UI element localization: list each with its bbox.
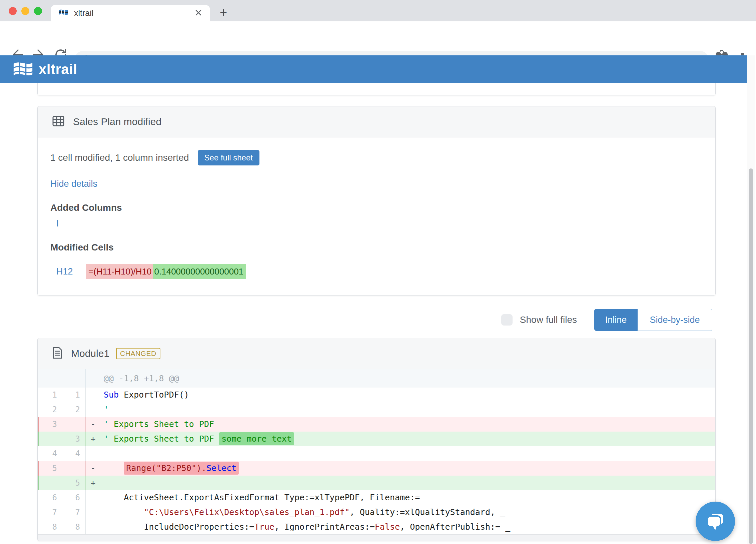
diff-controls-row: Show full files Inline Side-by-side: [0, 309, 716, 331]
sheet-card-title: Sales Plan modified: [73, 116, 161, 127]
modified-cells-heading: Modified Cells: [50, 242, 700, 253]
diff-line: 5+: [38, 476, 715, 490]
show-full-files-checkbox[interactable]: [501, 314, 513, 326]
maximize-window-button[interactable]: [34, 7, 42, 15]
added-columns-list: I: [50, 218, 700, 229]
diff-line: 3+' Exports Sheet to PDF some more text: [38, 432, 715, 446]
document-icon: [52, 347, 62, 360]
favicon-xltrail-icon: [58, 8, 69, 19]
tab-title: xltrail: [74, 8, 194, 18]
new-tab-button[interactable]: +: [217, 7, 229, 19]
added-columns-heading: Added Columns: [50, 202, 700, 213]
change-summary: 1 cell modified, 1 column inserted: [50, 152, 189, 163]
diff-line: 66 ActiveSheet.ExportAsFixedFormat Type:…: [38, 490, 715, 505]
added-column-link[interactable]: I: [56, 218, 59, 228]
vba-module-card: Module1 CHANGED @@ -1,8 +1,8 @@ 11Sub Ex…: [37, 338, 716, 541]
hide-details-link[interactable]: Hide details: [50, 179, 97, 189]
diff-line: 88 IncludeDocProperties:=True, IgnorePri…: [38, 520, 715, 534]
browser-tab[interactable]: xltrail: [51, 5, 210, 21]
browser-toolbar: https://app.xltrail.com/#/workbook/Accou…: [0, 21, 756, 55]
scrollbar-thumb[interactable]: [749, 168, 753, 544]
diff-line: 11Sub ExportToPDF(): [38, 388, 715, 402]
app-header: xltrail This workbook: [0, 55, 747, 83]
diff-line: 3-' Exports Sheet to PDF: [38, 417, 715, 432]
xltrail-logo[interactable]: xltrail: [12, 55, 77, 83]
xltrail-flag-icon: [12, 60, 34, 79]
changed-badge: CHANGED: [116, 348, 160, 359]
chat-widget-button[interactable]: [696, 502, 735, 541]
previous-card-bottom: [37, 83, 716, 95]
page-content: Sales Plan modified 1 cell modified, 1 c…: [0, 83, 747, 544]
spreadsheet-grid-icon: [52, 115, 64, 128]
side-by-side-view-button[interactable]: Side-by-side: [638, 309, 712, 331]
diff-line: 77 "C:\Users\Felix\Desktop\sales_plan_1.…: [38, 505, 715, 520]
diff-lines: 11Sub ExportToPDF()22'3-' Exports Sheet …: [38, 388, 715, 534]
modified-cell-row: H12=(H11-H10)/H100.14000000000000001: [50, 259, 700, 284]
brand-name: xltrail: [39, 61, 77, 77]
show-full-files-label: Show full files: [520, 315, 577, 325]
diff-line: 5- Range("B2:P50").Select: [38, 461, 715, 476]
sheet-diff-card: Sales Plan modified 1 cell modified, 1 c…: [37, 106, 716, 296]
module-card-title: Module1: [71, 348, 109, 359]
module-card-header: Module1 CHANGED: [38, 338, 715, 369]
close-window-button[interactable]: [9, 7, 17, 15]
minimize-window-button[interactable]: [21, 7, 29, 15]
sheet-card-header: Sales Plan modified: [38, 106, 715, 137]
hunk-header-text: @@ -1,8 +1,8 @@: [100, 369, 715, 388]
close-tab-icon[interactable]: [194, 8, 203, 18]
diff-view: @@ -1,8 +1,8 @@ 11Sub ExportToPDF()22'3-…: [38, 369, 715, 541]
browser-tabstrip: xltrail +: [0, 0, 756, 21]
inline-view-button[interactable]: Inline: [594, 309, 638, 331]
diff-line: 44: [38, 446, 715, 461]
diff-footer-strip: [38, 534, 715, 541]
modified-cells-table: H12=(H11-H10)/H100.14000000000000001: [50, 259, 700, 284]
new-cell-value: 0.14000000000000001: [153, 264, 246, 279]
hunk-header-row: @@ -1,8 +1,8 @@: [38, 369, 715, 388]
old-cell-value: =(H11-H10)/H10: [86, 264, 153, 279]
chat-bubbles-icon: [705, 512, 725, 531]
see-full-sheet-button[interactable]: See full sheet: [198, 150, 259, 165]
cell-reference-link[interactable]: H12: [50, 266, 86, 277]
diff-line: 22': [38, 402, 715, 417]
